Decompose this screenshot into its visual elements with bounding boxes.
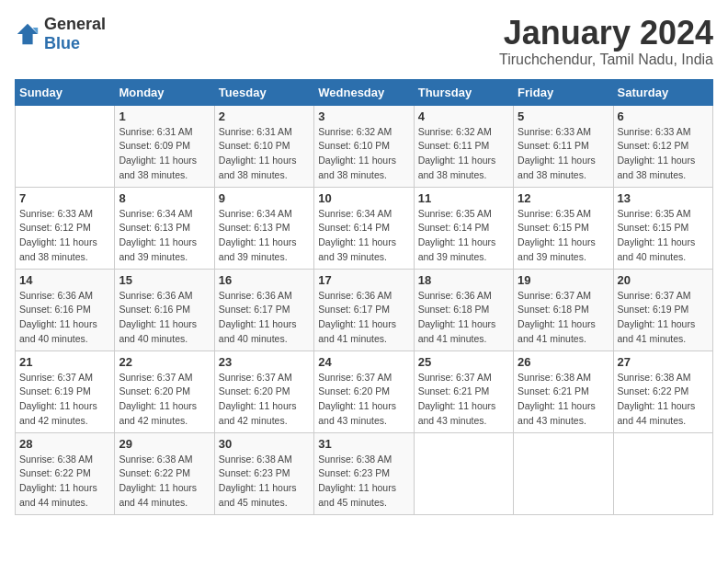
day-number: 3 bbox=[318, 109, 409, 123]
day-info: Sunrise: 6:36 AM Sunset: 6:16 PM Dayligh… bbox=[19, 290, 97, 344]
day-info: Sunrise: 6:38 AM Sunset: 6:23 PM Dayligh… bbox=[219, 454, 297, 508]
calendar-cell: 11Sunrise: 6:35 AM Sunset: 6:14 PM Dayli… bbox=[414, 187, 513, 269]
calendar-cell: 3Sunrise: 6:32 AM Sunset: 6:10 PM Daylig… bbox=[314, 105, 414, 187]
day-info: Sunrise: 6:37 AM Sunset: 6:21 PM Dayligh… bbox=[418, 372, 496, 426]
month-title: January 2024 bbox=[499, 15, 713, 52]
page-header: General Blue January 2024 Tiruchchendur,… bbox=[15, 15, 713, 68]
day-number: 6 bbox=[618, 109, 709, 123]
logo-general: General bbox=[44, 15, 106, 33]
calendar-cell: 18Sunrise: 6:36 AM Sunset: 6:18 PM Dayli… bbox=[414, 269, 513, 350]
day-info: Sunrise: 6:38 AM Sunset: 6:22 PM Dayligh… bbox=[19, 454, 97, 508]
day-info: Sunrise: 6:36 AM Sunset: 6:16 PM Dayligh… bbox=[119, 290, 197, 344]
day-info: Sunrise: 6:34 AM Sunset: 6:13 PM Dayligh… bbox=[219, 208, 297, 262]
calendar-cell bbox=[613, 432, 712, 514]
calendar-cell: 30Sunrise: 6:38 AM Sunset: 6:23 PM Dayli… bbox=[214, 432, 313, 514]
day-number: 22 bbox=[119, 355, 210, 369]
calendar-cell: 10Sunrise: 6:34 AM Sunset: 6:14 PM Dayli… bbox=[314, 187, 414, 269]
day-header-tuesday: Tuesday bbox=[214, 79, 313, 105]
day-info: Sunrise: 6:35 AM Sunset: 6:15 PM Dayligh… bbox=[618, 208, 696, 262]
calendar-cell: 7Sunrise: 6:33 AM Sunset: 6:12 PM Daylig… bbox=[16, 187, 115, 269]
calendar-cell: 5Sunrise: 6:33 AM Sunset: 6:11 PM Daylig… bbox=[514, 105, 613, 187]
day-info: Sunrise: 6:33 AM Sunset: 6:11 PM Dayligh… bbox=[518, 126, 596, 180]
day-info: Sunrise: 6:34 AM Sunset: 6:14 PM Dayligh… bbox=[318, 208, 396, 262]
day-number: 29 bbox=[119, 437, 210, 451]
calendar-cell: 12Sunrise: 6:35 AM Sunset: 6:15 PM Dayli… bbox=[514, 187, 613, 269]
day-number: 7 bbox=[19, 191, 110, 205]
day-header-saturday: Saturday bbox=[613, 79, 712, 105]
calendar-cell: 1Sunrise: 6:31 AM Sunset: 6:09 PM Daylig… bbox=[115, 105, 214, 187]
day-header-wednesday: Wednesday bbox=[314, 79, 414, 105]
calendar-table: SundayMondayTuesdayWednesdayThursdayFrid… bbox=[15, 79, 713, 515]
day-number: 31 bbox=[318, 437, 409, 451]
day-number: 16 bbox=[219, 273, 310, 287]
day-number: 14 bbox=[19, 273, 110, 287]
calendar-week-row: 7Sunrise: 6:33 AM Sunset: 6:12 PM Daylig… bbox=[16, 187, 713, 269]
title-block: January 2024 Tiruchchendur, Tamil Nadu, … bbox=[499, 15, 713, 68]
day-info: Sunrise: 6:37 AM Sunset: 6:18 PM Dayligh… bbox=[518, 290, 596, 344]
calendar-cell: 17Sunrise: 6:36 AM Sunset: 6:17 PM Dayli… bbox=[314, 269, 414, 350]
day-number: 17 bbox=[318, 273, 409, 287]
calendar-cell: 8Sunrise: 6:34 AM Sunset: 6:13 PM Daylig… bbox=[115, 187, 214, 269]
calendar-cell: 27Sunrise: 6:38 AM Sunset: 6:22 PM Dayli… bbox=[613, 350, 712, 432]
location-title: Tiruchchendur, Tamil Nadu, India bbox=[499, 52, 713, 68]
calendar-cell bbox=[414, 432, 513, 514]
calendar-cell: 28Sunrise: 6:38 AM Sunset: 6:22 PM Dayli… bbox=[16, 432, 115, 514]
day-number: 8 bbox=[119, 191, 210, 205]
day-info: Sunrise: 6:37 AM Sunset: 6:20 PM Dayligh… bbox=[318, 372, 396, 426]
day-number: 18 bbox=[418, 273, 509, 287]
day-number: 12 bbox=[518, 191, 609, 205]
logo-text: General Blue bbox=[44, 15, 106, 53]
day-number: 20 bbox=[618, 273, 709, 287]
calendar-cell: 14Sunrise: 6:36 AM Sunset: 6:16 PM Dayli… bbox=[16, 269, 115, 350]
day-info: Sunrise: 6:34 AM Sunset: 6:13 PM Dayligh… bbox=[119, 208, 197, 262]
calendar-cell: 20Sunrise: 6:37 AM Sunset: 6:19 PM Dayli… bbox=[613, 269, 712, 350]
day-number: 10 bbox=[318, 191, 409, 205]
day-info: Sunrise: 6:33 AM Sunset: 6:12 PM Dayligh… bbox=[19, 208, 97, 262]
calendar-cell: 25Sunrise: 6:37 AM Sunset: 6:21 PM Dayli… bbox=[414, 350, 513, 432]
day-number: 5 bbox=[518, 109, 609, 123]
day-info: Sunrise: 6:31 AM Sunset: 6:09 PM Dayligh… bbox=[119, 126, 197, 180]
calendar-cell: 24Sunrise: 6:37 AM Sunset: 6:20 PM Dayli… bbox=[314, 350, 414, 432]
calendar-cell: 21Sunrise: 6:37 AM Sunset: 6:19 PM Dayli… bbox=[16, 350, 115, 432]
day-info: Sunrise: 6:37 AM Sunset: 6:20 PM Dayligh… bbox=[219, 372, 297, 426]
day-number: 15 bbox=[119, 273, 210, 287]
calendar-week-row: 21Sunrise: 6:37 AM Sunset: 6:19 PM Dayli… bbox=[16, 350, 713, 432]
calendar-cell: 6Sunrise: 6:33 AM Sunset: 6:12 PM Daylig… bbox=[613, 105, 712, 187]
day-info: Sunrise: 6:36 AM Sunset: 6:17 PM Dayligh… bbox=[318, 290, 396, 344]
calendar-cell: 16Sunrise: 6:36 AM Sunset: 6:17 PM Dayli… bbox=[214, 269, 313, 350]
calendar-cell bbox=[16, 105, 115, 187]
day-number: 24 bbox=[318, 355, 409, 369]
calendar-cell: 22Sunrise: 6:37 AM Sunset: 6:20 PM Dayli… bbox=[115, 350, 214, 432]
day-number: 26 bbox=[518, 355, 609, 369]
calendar-cell bbox=[514, 432, 613, 514]
day-number: 23 bbox=[219, 355, 310, 369]
day-number: 13 bbox=[618, 191, 709, 205]
day-number: 9 bbox=[219, 191, 310, 205]
calendar-week-row: 14Sunrise: 6:36 AM Sunset: 6:16 PM Dayli… bbox=[16, 269, 713, 350]
day-header-friday: Friday bbox=[514, 79, 613, 105]
day-info: Sunrise: 6:38 AM Sunset: 6:21 PM Dayligh… bbox=[518, 372, 596, 426]
day-info: Sunrise: 6:33 AM Sunset: 6:12 PM Dayligh… bbox=[618, 126, 696, 180]
logo-icon bbox=[15, 21, 40, 47]
day-info: Sunrise: 6:38 AM Sunset: 6:23 PM Dayligh… bbox=[318, 454, 396, 508]
calendar-cell: 13Sunrise: 6:35 AM Sunset: 6:15 PM Dayli… bbox=[613, 187, 712, 269]
svg-marker-0 bbox=[17, 24, 38, 44]
day-info: Sunrise: 6:32 AM Sunset: 6:10 PM Dayligh… bbox=[318, 126, 396, 180]
day-number: 19 bbox=[518, 273, 609, 287]
day-info: Sunrise: 6:31 AM Sunset: 6:10 PM Dayligh… bbox=[219, 126, 297, 180]
day-number: 30 bbox=[219, 437, 310, 451]
day-number: 11 bbox=[418, 191, 509, 205]
day-info: Sunrise: 6:37 AM Sunset: 6:19 PM Dayligh… bbox=[618, 290, 696, 344]
calendar-cell: 2Sunrise: 6:31 AM Sunset: 6:10 PM Daylig… bbox=[214, 105, 313, 187]
day-info: Sunrise: 6:35 AM Sunset: 6:14 PM Dayligh… bbox=[418, 208, 496, 262]
calendar-body: 1Sunrise: 6:31 AM Sunset: 6:09 PM Daylig… bbox=[16, 105, 713, 514]
day-header-thursday: Thursday bbox=[414, 79, 513, 105]
day-number: 25 bbox=[418, 355, 509, 369]
day-info: Sunrise: 6:35 AM Sunset: 6:15 PM Dayligh… bbox=[518, 208, 596, 262]
calendar-cell: 23Sunrise: 6:37 AM Sunset: 6:20 PM Dayli… bbox=[214, 350, 313, 432]
day-info: Sunrise: 6:36 AM Sunset: 6:17 PM Dayligh… bbox=[219, 290, 297, 344]
day-info: Sunrise: 6:38 AM Sunset: 6:22 PM Dayligh… bbox=[119, 454, 197, 508]
calendar-cell: 31Sunrise: 6:38 AM Sunset: 6:23 PM Dayli… bbox=[314, 432, 414, 514]
calendar-cell: 4Sunrise: 6:32 AM Sunset: 6:11 PM Daylig… bbox=[414, 105, 513, 187]
day-number: 4 bbox=[418, 109, 509, 123]
